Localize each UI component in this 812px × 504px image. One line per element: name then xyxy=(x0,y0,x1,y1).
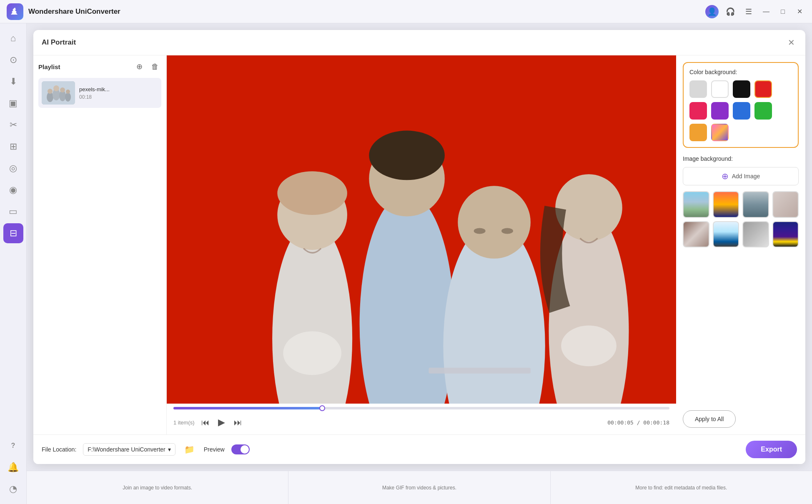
maximize-button[interactable]: □ xyxy=(777,6,789,17)
minimize-button[interactable]: — xyxy=(760,6,772,17)
svg-point-23 xyxy=(283,331,341,375)
thumb-inner xyxy=(773,222,798,247)
svg-point-15 xyxy=(369,131,445,180)
playlist-add-button[interactable]: ⊕ xyxy=(133,60,145,73)
folder-button[interactable]: 📁 xyxy=(182,442,197,457)
preview-toggle[interactable] xyxy=(231,444,250,454)
close-button[interactable]: ✕ xyxy=(794,6,805,17)
image-thumb-night[interactable] xyxy=(772,221,799,248)
svg-point-7 xyxy=(60,87,65,92)
thumb-inner xyxy=(743,192,768,217)
sidebar-item-bell[interactable]: 🔔 xyxy=(3,457,23,477)
export-button[interactable]: Export xyxy=(746,441,797,458)
thumb-inner xyxy=(743,222,768,247)
progress-fill xyxy=(173,407,322,409)
svg-point-18 xyxy=(474,228,486,234)
bottom-strip-item-2: Make GIF from videos & pictures. xyxy=(288,471,550,504)
playlist-title: Playlist xyxy=(38,63,133,70)
svg-point-21 xyxy=(555,174,622,241)
add-icon: ⊕ xyxy=(722,171,729,181)
swatch-white[interactable] xyxy=(711,80,729,98)
prev-button[interactable]: ⏮ xyxy=(198,415,213,430)
app-title: Wondershare UniConverter xyxy=(28,7,705,16)
svg-point-5 xyxy=(48,89,53,94)
progress-bar[interactable] xyxy=(173,407,669,409)
swatch-black[interactable] xyxy=(733,80,750,98)
sidebar-item-screen[interactable]: ◎ xyxy=(3,158,23,178)
video-container[interactable] xyxy=(167,55,676,404)
sidebar-item-media[interactable]: ⊙ xyxy=(3,50,23,70)
sidebar-item-help[interactable]: ? xyxy=(3,436,23,456)
user-icon[interactable]: 👤 xyxy=(705,5,719,18)
progress-thumb[interactable] xyxy=(319,405,325,411)
playlist-item-name: pexels-mik... xyxy=(79,86,158,92)
add-image-button[interactable]: ⊕ Add Image xyxy=(683,167,799,185)
swatch-gradient[interactable] xyxy=(711,124,729,141)
sidebar-item-cut[interactable]: ✂ xyxy=(3,115,23,135)
image-thumb-beige[interactable] xyxy=(772,191,799,218)
svg-point-17 xyxy=(458,186,531,259)
playlist-delete-button[interactable]: 🗑 xyxy=(149,60,161,73)
swatch-red[interactable] xyxy=(754,80,772,98)
image-thumb-mountain[interactable] xyxy=(683,191,709,218)
bottom-strip-item-3: More to find: edit metadata of media fil… xyxy=(551,471,812,504)
svg-point-4 xyxy=(65,92,71,102)
sidebar-item-settings2[interactable]: ◉ xyxy=(3,180,23,200)
dialog-title: AI Portrait xyxy=(42,38,785,47)
image-grid xyxy=(683,191,799,247)
sidebar-item-merge[interactable]: ⊞ xyxy=(3,137,23,157)
thumb-inner xyxy=(714,222,739,247)
image-thumb-sunset[interactable] xyxy=(713,191,739,218)
notification-icon[interactable]: 🎧 xyxy=(724,5,737,18)
thumb-inner xyxy=(684,222,709,247)
swatch-light-gray[interactable] xyxy=(689,80,707,98)
svg-point-24 xyxy=(561,325,617,366)
image-bg-label: Image background: xyxy=(683,155,799,162)
preview-label: Preview xyxy=(204,446,225,453)
play-button[interactable]: ▶ xyxy=(213,414,231,431)
chevron-down-icon: ▾ xyxy=(168,446,171,453)
thumb-inner xyxy=(773,192,798,217)
content-area: AI Portrait ✕ Playlist ⊕ 🗑 xyxy=(27,23,812,504)
swatch-purple[interactable] xyxy=(711,102,729,120)
playlist-thumbnail xyxy=(42,81,75,105)
menu-icon[interactable]: ☰ xyxy=(742,5,755,18)
dialog-close-button[interactable]: ✕ xyxy=(785,37,797,48)
item-count: 1 item(s) xyxy=(173,419,195,426)
playlist-item-info: pexels-mik... 00:18 xyxy=(79,86,158,100)
sidebar-item-download[interactable]: ⬇ xyxy=(3,72,23,92)
swatch-pink[interactable] xyxy=(689,102,707,120)
playlist-header: Playlist ⊕ 🗑 xyxy=(38,60,161,73)
image-thumb-office[interactable] xyxy=(742,221,769,248)
thumb-inner xyxy=(714,192,739,217)
playlist-item-duration: 00:18 xyxy=(79,94,158,100)
dialog-body: Playlist ⊕ 🗑 xyxy=(33,55,805,434)
playlist-item[interactable]: pexels-mik... 00:18 xyxy=(38,78,161,108)
sidebar-item-home[interactable]: ⌂ xyxy=(3,28,23,48)
apply-btn-container: Apply to All xyxy=(683,404,799,428)
playlist-actions: ⊕ 🗑 xyxy=(133,60,161,73)
swatch-green[interactable] xyxy=(754,102,772,120)
swatch-orange[interactable] xyxy=(689,124,707,141)
thumb-inner xyxy=(684,192,709,217)
svg-point-12 xyxy=(277,171,347,215)
left-panel: Playlist ⊕ 🗑 xyxy=(33,55,167,434)
controls-row: 1 item(s) ⏮ ▶ ⏭ 00:00:05 / 00:00:18 xyxy=(173,414,669,431)
file-location-select[interactable]: F:\Wondershare UniConverter ▾ xyxy=(83,443,175,456)
sidebar-item-activity[interactable]: ◔ xyxy=(3,479,23,499)
dialog-header: AI Portrait ✕ xyxy=(33,30,805,55)
sidebar-item-tv[interactable]: ▭ xyxy=(3,202,23,222)
image-thumb-window[interactable] xyxy=(713,221,739,248)
thumbnail-preview xyxy=(42,81,75,105)
titlebar: Wondershare UniConverter 👤 🎧 ☰ — □ ✕ xyxy=(0,0,812,23)
swatch-blue[interactable] xyxy=(733,102,750,120)
video-panel: 1 item(s) ⏮ ▶ ⏭ 00:00:05 / 00:00:18 xyxy=(167,55,676,434)
next-button[interactable]: ⏭ xyxy=(231,415,246,430)
footer-bar: File Location: F:\Wondershare UniConvert… xyxy=(33,434,805,464)
image-thumb-interior[interactable] xyxy=(683,221,709,248)
apply-to-all-button[interactable]: Apply to All xyxy=(683,410,736,428)
sidebar-item-toolbox[interactable]: ⊟ xyxy=(3,223,23,243)
sidebar-item-edit[interactable]: ▣ xyxy=(3,93,23,113)
color-swatches xyxy=(689,80,792,141)
image-thumb-building[interactable] xyxy=(742,191,769,218)
